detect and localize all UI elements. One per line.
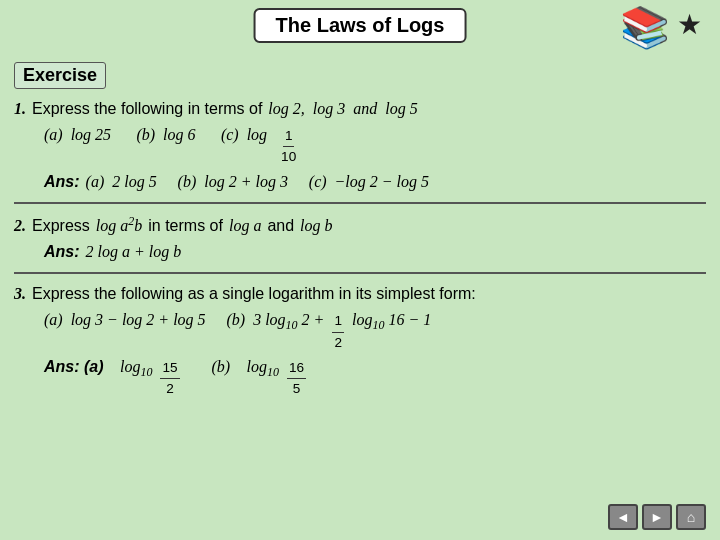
- divider-1: [14, 202, 706, 204]
- q1-text: 1. Express the following in terms of log…: [14, 97, 706, 121]
- q1a-label: (a) log 25: [44, 123, 111, 147]
- q2-ans-expr: 2 log a + log b: [86, 240, 182, 264]
- q3-ans-label: Ans: (a): [44, 355, 104, 379]
- q3-text: 3. Express the following as a single log…: [14, 282, 706, 306]
- q1a-ans: (a) 2 log 5: [86, 170, 157, 194]
- q2-and: and: [267, 214, 294, 238]
- q3b-ans: log10: [246, 355, 278, 381]
- q3a-label: (a) log 3 − log 2 + log 5: [44, 308, 206, 332]
- q1-ans-label: Ans:: [44, 170, 80, 194]
- q2-instruction: Express: [32, 214, 90, 238]
- q1-terms: log 2, log 3 and log 5: [268, 97, 417, 121]
- q3-number: 3.: [14, 282, 26, 306]
- q1c-frac: 1 10: [279, 126, 298, 168]
- q2-ans-label: Ans:: [44, 240, 80, 264]
- q2-text: 2. Express log a2b in terms of log a and…: [14, 212, 706, 238]
- book-icon: 📚: [620, 4, 670, 51]
- q1-number: 1.: [14, 97, 26, 121]
- q1-parts: (a) log 25 (b) log 6 (c) log 1 10: [44, 123, 706, 168]
- q1-answers: Ans: (a) 2 log 5 (b) log 2 + log 3 (c) −…: [44, 170, 706, 194]
- q3a-frac: 15 2: [160, 358, 179, 400]
- q1-instruction: Express the following in terms of: [32, 97, 262, 121]
- q1c-ans: (c) −log 2 − log 5: [309, 170, 429, 194]
- q2-logb: log b: [300, 214, 332, 238]
- q3-parts: (a) log 3 − log 2 + log 5 (b) 3 log10 2 …: [44, 308, 706, 353]
- q2-instruction2: in terms of: [148, 214, 223, 238]
- q1c-label: (c) log: [221, 123, 271, 147]
- question-2: 2. Express log a2b in terms of log a and…: [14, 212, 706, 264]
- title: The Laws of Logs: [254, 8, 467, 43]
- q1b-label: (b) log 6: [136, 123, 195, 147]
- q3b-frac: 1 2: [332, 311, 344, 353]
- q3a-ans: log10: [120, 355, 152, 381]
- q2-loga: log a: [229, 214, 261, 238]
- q3-instruction: Express the following as a single logari…: [32, 282, 476, 306]
- nav-buttons: ◄ ► ⌂: [608, 504, 706, 530]
- next-button[interactable]: ►: [642, 504, 672, 530]
- q3b-frac2: 16 5: [287, 358, 306, 400]
- divider-2: [14, 272, 706, 274]
- home-button[interactable]: ⌂: [676, 504, 706, 530]
- q3-answers: Ans: (a) log10 15 2 (b) log10 16 5: [44, 355, 706, 400]
- q2-answer: Ans: 2 log a + log b: [44, 240, 706, 264]
- q2-number: 2.: [14, 214, 26, 238]
- star-icon: ★: [677, 8, 702, 41]
- exercise-label: Exercise: [14, 62, 106, 89]
- q3b-ans-label: (b): [211, 355, 230, 379]
- q3b-label: (b) 3 log10 2 +: [226, 308, 324, 334]
- q1b-ans: (b) log 2 + log 3: [178, 170, 288, 194]
- question-3: 3. Express the following as a single log…: [14, 282, 706, 400]
- q2-expr: log a2b: [96, 212, 142, 238]
- main-content: 1. Express the following in terms of log…: [14, 95, 706, 408]
- prev-button[interactable]: ◄: [608, 504, 638, 530]
- question-1: 1. Express the following in terms of log…: [14, 97, 706, 194]
- q3b-rest: log10 16 − 1: [352, 308, 431, 334]
